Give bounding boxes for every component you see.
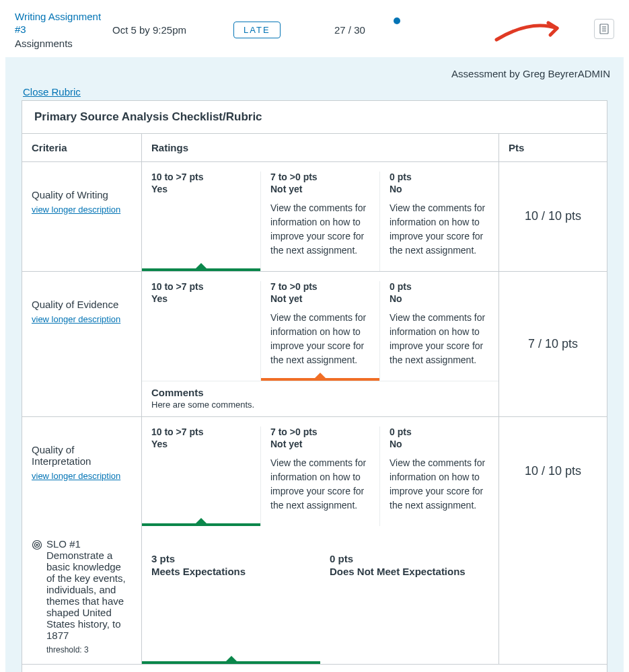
slo-criteria-text: SLO #1 Demonstrate a basic knowledge of … (46, 538, 132, 641)
rating-tier[interactable]: 0 pts NoView the comments for informatio… (380, 281, 498, 381)
selected-indicator (142, 523, 260, 526)
close-rubric-link[interactable]: Close Rubric (23, 86, 81, 98)
assignment-header: Writing Assignment #3 Assignments Oct 5 … (0, 0, 629, 57)
view-longer-description-link[interactable]: view longer description (32, 204, 120, 215)
tier-points: 10 to >7 pts (151, 172, 251, 182)
criterion-score: 10 / 10 pts (499, 417, 607, 526)
assignment-title-block: Writing Assignment #3 Assignments (15, 11, 112, 49)
ratings-cell: 10 to >7 pts Yes7 to >0 pts Not yetView … (142, 417, 499, 526)
selected-indicator (261, 378, 379, 381)
rubric-table: Primary Source Analysis Checklist/Rubric… (22, 100, 607, 673)
tier-label: No (390, 184, 489, 194)
rating-tier[interactable]: 0 pts NoView the comments for informatio… (380, 426, 498, 526)
rubric-row: Quality of Interpretation view longer de… (22, 417, 607, 526)
tier-label: No (390, 293, 489, 304)
tier-description: View the comments for information on how… (270, 456, 370, 513)
ratings-cell: 10 to >7 pts Yes7 to >0 pts Not yetView … (142, 272, 499, 416)
view-longer-description-link[interactable]: view longer description (32, 471, 120, 481)
tier-points: 0 pts (390, 426, 489, 437)
tier-label: Not yet (270, 293, 370, 304)
slo-pts-cell (499, 526, 607, 664)
comments-text: Here are some comments. (151, 400, 489, 410)
criteria-cell: Quality of Writing view longer descripti… (22, 162, 142, 271)
tier-description: View the comments for information on how… (390, 311, 489, 367)
tier-points: 10 to >7 pts (151, 281, 251, 292)
assignment-link[interactable]: Writing Assignment #3 (15, 11, 112, 36)
slo-threshold: threshold: 3 (46, 645, 132, 655)
ratings-header: Ratings (151, 142, 188, 153)
tier-label: Does Not Meet Expectations (330, 566, 489, 577)
rating-tier[interactable]: 7 to >0 pts Not yetView the comments for… (261, 281, 380, 381)
rating-tier[interactable]: 0 pts NoView the comments for informatio… (380, 172, 498, 271)
tier-label: Yes (151, 293, 251, 304)
criteria-cell: Quality of Evidence view longer descript… (22, 272, 142, 416)
slo-criteria-cell: SLO #1 Demonstrate a basic knowledge of … (22, 526, 142, 664)
rating-tier[interactable]: 7 to >0 pts Not yetView the comments for… (261, 172, 380, 271)
selected-indicator (142, 268, 260, 271)
svg-point-6 (36, 544, 38, 546)
tier-points: 7 to >0 pts (270, 426, 370, 437)
ratings-cell: 10 to >7 pts Yes7 to >0 pts Not yetView … (142, 162, 499, 271)
rating-tier[interactable]: 10 to >7 pts Yes (142, 172, 261, 271)
criteria-name: Quality of Interpretation (32, 444, 132, 467)
criterion-score: 7 / 10 pts (499, 272, 607, 416)
late-badge: LATE (233, 22, 281, 38)
tier-label: Not yet (270, 439, 370, 449)
tier-label: Not yet (270, 184, 370, 194)
total-points: Total Points: 27 (22, 665, 607, 673)
rubric-row: Quality of Writing view longer descripti… (22, 162, 607, 272)
criteria-name: Quality of Evidence (32, 299, 132, 310)
target-icon (32, 539, 42, 550)
tier-description: View the comments for information on how… (270, 201, 370, 258)
criteria-header: Criteria (32, 142, 67, 153)
tier-label: Meets Expectations (151, 566, 311, 577)
tier-label: No (390, 439, 489, 449)
rubric-button[interactable] (594, 19, 614, 39)
tier-label: Yes (151, 184, 251, 194)
tier-points: 0 pts (390, 281, 489, 292)
rubric-row: Quality of Evidence view longer descript… (22, 272, 607, 417)
rating-tier[interactable]: 10 to >7 pts Yes (142, 281, 261, 381)
rubric-icon (599, 24, 609, 34)
unread-dot-icon (394, 17, 400, 24)
comments-block: Comments Here are some comments. (142, 381, 498, 416)
tier-label: Yes (151, 439, 251, 449)
tier-points: 7 to >0 pts (270, 172, 370, 182)
rating-tier[interactable]: 0 pts Does Not Meet Expectations (320, 553, 498, 664)
comments-title: Comments (151, 387, 489, 398)
tier-points: 3 pts (151, 553, 311, 564)
rating-tier[interactable]: 7 to >0 pts Not yetView the comments for… (261, 426, 380, 526)
assessor-label: Assessment by Greg BeyrerADMIN (5, 57, 624, 86)
assignment-category: Assignments (15, 38, 112, 49)
score-display: 27 / 30 (334, 24, 408, 36)
rubric-panel: Assessment by Greg BeyrerADMIN Close Rub… (5, 57, 624, 673)
tier-description: View the comments for information on how… (390, 456, 489, 513)
rating-tier[interactable]: 10 to >7 pts Yes (142, 426, 261, 526)
annotation-arrow (408, 17, 594, 44)
selected-indicator (142, 661, 320, 664)
pts-header: Pts (509, 142, 524, 153)
rubric-header-row: Criteria Ratings Pts (22, 134, 607, 162)
tier-points: 0 pts (330, 553, 489, 564)
tier-description: View the comments for information on how… (390, 201, 489, 258)
due-date: Oct 5 by 9:25pm (112, 24, 233, 36)
tier-points: 7 to >0 pts (270, 281, 370, 292)
view-longer-description-link[interactable]: view longer description (32, 314, 120, 324)
tier-points: 0 pts (390, 172, 489, 182)
rubric-title: Primary Source Analysis Checklist/Rubric (22, 101, 607, 134)
rubric-row-slo: SLO #1 Demonstrate a basic knowledge of … (22, 526, 607, 665)
tier-points: 10 to >7 pts (151, 426, 251, 437)
criteria-name: Quality of Writing (32, 189, 132, 200)
criteria-cell: Quality of Interpretation view longer de… (22, 417, 142, 526)
criterion-score: 10 / 10 pts (499, 162, 607, 271)
rating-tier[interactable]: 3 pts Meets Expectations (142, 553, 320, 664)
tier-description: View the comments for information on how… (270, 311, 370, 367)
